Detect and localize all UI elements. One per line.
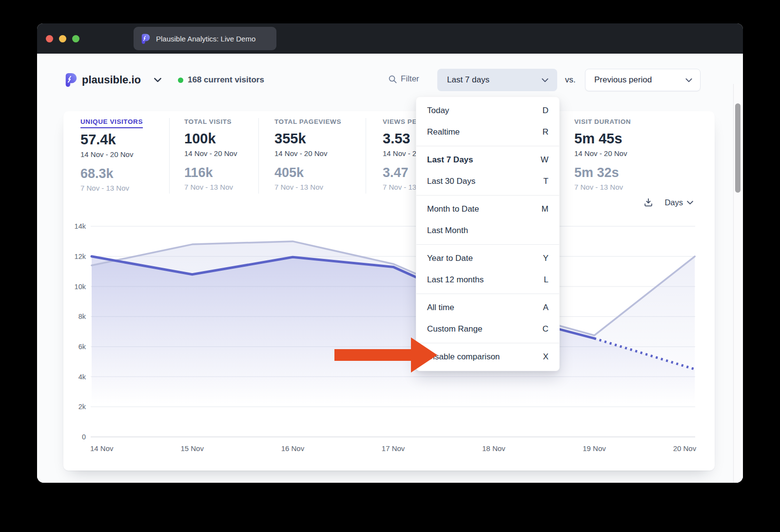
svg-text:10k: 10k bbox=[75, 283, 86, 291]
svg-text:16 Nov: 16 Nov bbox=[281, 444, 305, 453]
date-range-value: Last 7 days bbox=[447, 75, 489, 85]
menu-item-last-7-days[interactable]: Last 7 Days W bbox=[416, 149, 559, 171]
analytics-card: UNIQUE VISITORS 57.4k 14 Nov - 20 Nov 68… bbox=[63, 111, 715, 471]
menu-item-last-30-days[interactable]: Last 30 Days T bbox=[416, 171, 559, 192]
svg-text:14k: 14k bbox=[75, 222, 86, 230]
svg-text:12k: 12k bbox=[75, 253, 86, 260]
svg-text:18 Nov: 18 Nov bbox=[482, 444, 506, 453]
tab-title: Plausible Analytics: Live Demo bbox=[156, 35, 255, 43]
search-icon bbox=[388, 75, 397, 84]
scrollbar-track[interactable] bbox=[733, 84, 743, 483]
filter-label: Filter bbox=[401, 74, 419, 84]
plausible-logo bbox=[64, 72, 78, 87]
browser-window: Plausible Analytics: Live Demo plausible… bbox=[37, 23, 743, 483]
zoom-window-button[interactable] bbox=[72, 35, 79, 42]
download-icon[interactable] bbox=[643, 197, 654, 208]
vs-label: vs. bbox=[565, 75, 576, 85]
svg-text:0: 0 bbox=[82, 433, 86, 441]
svg-text:17 Nov: 17 Nov bbox=[382, 444, 405, 453]
date-range-menu: Today D Realtime R Last 7 Days W Last 30… bbox=[416, 97, 560, 371]
svg-text:4k: 4k bbox=[78, 373, 86, 381]
traffic-lights bbox=[46, 35, 79, 42]
plausible-favicon bbox=[140, 33, 151, 44]
site-switcher-chevron-down-icon[interactable] bbox=[154, 78, 161, 82]
minimize-window-button[interactable] bbox=[59, 35, 66, 42]
visitors-chart: 02k4k6k8k10k12k14k14 Nov15 Nov16 Nov17 N… bbox=[63, 111, 715, 471]
window-titlebar: Plausible Analytics: Live Demo bbox=[37, 23, 743, 54]
menu-item-year-to-date[interactable]: Year to Date Y bbox=[416, 248, 559, 269]
menu-section: Last 7 Days W Last 30 Days T bbox=[416, 146, 559, 195]
svg-text:15 Nov: 15 Nov bbox=[180, 444, 204, 453]
svg-text:6k: 6k bbox=[78, 343, 86, 351]
current-visitors-count[interactable]: 168 current visitors bbox=[188, 75, 264, 85]
interval-value: Days bbox=[664, 198, 683, 207]
menu-section: Year to Date Y Last 12 months L bbox=[416, 244, 559, 294]
live-visitors-dot bbox=[178, 78, 183, 83]
dashboard-page: plausible.io 168 current visitors Filter… bbox=[37, 54, 743, 483]
chevron-down-icon bbox=[542, 78, 548, 82]
menu-item-today[interactable]: Today D bbox=[416, 100, 559, 121]
menu-item-last-month[interactable]: Last Month bbox=[416, 220, 559, 241]
menu-item-all-time[interactable]: All time A bbox=[416, 297, 559, 318]
close-window-button[interactable] bbox=[46, 35, 53, 42]
site-name[interactable]: plausible.io bbox=[82, 74, 141, 86]
date-range-selector[interactable]: Last 7 days bbox=[437, 69, 557, 91]
chevron-down-icon bbox=[685, 78, 692, 82]
svg-text:2k: 2k bbox=[78, 403, 86, 411]
chart-toolbar: Days bbox=[643, 197, 693, 208]
svg-text:20 Nov: 20 Nov bbox=[673, 444, 697, 453]
menu-item-month-to-date[interactable]: Month to Date M bbox=[416, 198, 559, 220]
menu-item-last-12-months[interactable]: Last 12 months L bbox=[416, 269, 559, 291]
scrollbar-thumb[interactable] bbox=[735, 103, 741, 193]
svg-text:19 Nov: 19 Nov bbox=[583, 444, 606, 453]
svg-text:8k: 8k bbox=[78, 313, 86, 320]
filter-button[interactable]: Filter bbox=[388, 74, 419, 84]
interval-selector[interactable]: Days bbox=[664, 198, 693, 207]
comparison-value: Previous period bbox=[594, 75, 652, 85]
comparison-selector[interactable]: Previous period bbox=[585, 69, 701, 91]
menu-item-realtime[interactable]: Realtime R bbox=[416, 121, 559, 143]
annotation-arrow bbox=[332, 334, 442, 378]
menu-section: Month to Date M Last Month bbox=[416, 195, 559, 244]
svg-text:14 Nov: 14 Nov bbox=[90, 444, 114, 453]
chevron-down-icon bbox=[687, 200, 693, 205]
browser-tab[interactable]: Plausible Analytics: Live Demo bbox=[134, 27, 276, 50]
menu-section: Today D Realtime R bbox=[416, 97, 559, 146]
